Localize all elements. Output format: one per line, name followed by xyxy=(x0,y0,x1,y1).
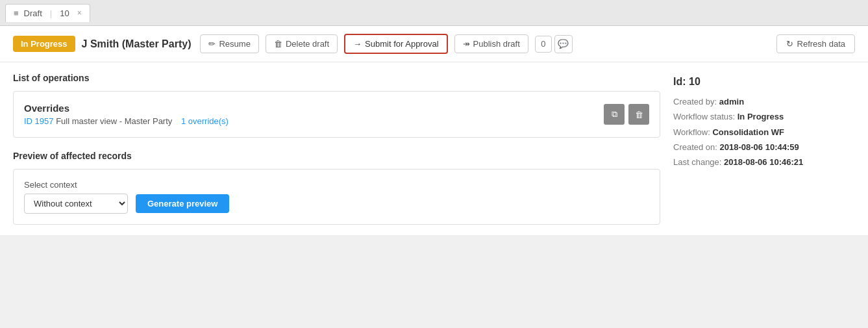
workflow-value: Consolidation WF xyxy=(712,127,784,137)
delete-draft-button[interactable]: 🗑 Delete draft xyxy=(266,34,338,53)
arrow-right-icon: → xyxy=(353,39,362,49)
draft-tab[interactable]: ≡ Draft | 10 × xyxy=(5,4,90,22)
ops-title: Overrides xyxy=(24,103,229,114)
ops-view: Full master view - Master Party xyxy=(56,116,172,126)
delete-draft-label: Delete draft xyxy=(286,39,329,49)
comment-area: 0 💬 xyxy=(535,35,573,53)
last-change-label: Last change: xyxy=(673,157,721,167)
id-label: Id: xyxy=(673,76,686,87)
context-row: Without context Generate preview xyxy=(24,194,649,214)
ops-left: Overrides ID 1957 Full master view - Mas… xyxy=(24,103,229,126)
meta-workflow-status: Workflow status: In Progress xyxy=(673,109,855,124)
status-badge: In Progress xyxy=(13,36,75,52)
comment-icon: 💬 xyxy=(558,39,569,49)
external-icon: ⧉ xyxy=(612,109,617,120)
double-arrow-icon: ↠ xyxy=(463,39,470,49)
ops-id: ID 1957 xyxy=(24,116,54,126)
generate-preview-button[interactable]: Generate preview xyxy=(136,194,229,213)
ops-external-button[interactable]: ⧉ xyxy=(604,104,625,125)
meta-workflow: Workflow: Consolidation WF xyxy=(673,125,855,140)
last-change-value: 2018-08-06 10:46:21 xyxy=(724,157,803,167)
menu-icon: ≡ xyxy=(14,8,19,18)
body-area: List of operations Overrides ID 1957 Ful… xyxy=(0,62,868,235)
tab-bar: ≡ Draft | 10 × xyxy=(0,0,868,26)
meta-last-change: Last change: 2018-08-06 10:46:21 xyxy=(673,155,855,170)
operations-card: Overrides ID 1957 Full master view - Mas… xyxy=(13,91,660,138)
main-content: In Progress J Smith (Master Party) ✏ Res… xyxy=(0,26,868,235)
publish-draft-label: Publish draft xyxy=(473,39,520,49)
entity-name: J Smith (Master Party) xyxy=(82,38,192,50)
workflow-status-label: Workflow status: xyxy=(673,112,735,121)
toolbar: In Progress J Smith (Master Party) ✏ Res… xyxy=(0,26,868,62)
tab-label: Draft xyxy=(24,8,42,18)
tab-number: 10 xyxy=(60,8,69,18)
delete-icon: 🗑 xyxy=(635,110,643,120)
tab-separator: | xyxy=(50,8,52,18)
left-panel: List of operations Overrides ID 1957 Ful… xyxy=(13,73,660,225)
preview-card: Select context Without context Generate … xyxy=(13,169,660,225)
created-on-label: Created on: xyxy=(673,142,717,152)
meta-id: Id: 10 xyxy=(673,73,855,92)
select-context-label: Select context xyxy=(24,180,649,190)
refresh-button[interactable]: ↻ Refresh data xyxy=(776,34,855,53)
ops-delete-button[interactable]: 🗑 xyxy=(628,104,649,125)
context-select[interactable]: Without context xyxy=(24,194,128,214)
resume-button[interactable]: ✏ Resume xyxy=(200,34,258,53)
submit-approval-button[interactable]: → Submit for Approval xyxy=(344,34,447,54)
overrides-link[interactable]: 1 override(s) xyxy=(181,116,229,126)
id-value: 10 xyxy=(689,76,701,87)
publish-draft-button[interactable]: ↠ Publish draft xyxy=(454,34,528,53)
comment-count: 0 xyxy=(535,36,552,53)
preview-section: Preview of affected records Select conte… xyxy=(13,151,660,225)
ops-actions: ⧉ 🗑 xyxy=(604,104,649,125)
meta-created-by: Created by: admin xyxy=(673,94,855,109)
comment-button[interactable]: 💬 xyxy=(554,35,573,53)
pencil-icon: ✏ xyxy=(208,39,216,49)
ops-id-link[interactable]: ID 1957 xyxy=(24,116,54,126)
created-by-value: admin xyxy=(719,97,744,107)
workflow-status-value: In Progress xyxy=(738,112,784,121)
submit-approval-label: Submit for Approval xyxy=(365,39,438,49)
ops-subtitle: ID 1957 Full master view - Master Party … xyxy=(24,116,229,126)
refresh-label: Refresh data xyxy=(797,39,845,49)
meta-created-on: Created on: 2018-08-06 10:44:59 xyxy=(673,140,855,155)
preview-section-title: Preview of affected records xyxy=(13,151,660,161)
resume-label: Resume xyxy=(219,39,250,49)
generate-preview-label: Generate preview xyxy=(147,199,217,208)
workflow-label: Workflow: xyxy=(673,127,710,137)
refresh-icon: ↻ xyxy=(786,39,793,49)
created-on-value: 2018-08-06 10:44:59 xyxy=(720,142,799,152)
created-by-label: Created by: xyxy=(673,97,717,107)
trash-icon: 🗑 xyxy=(274,39,282,49)
right-panel: Id: 10 Created by: admin Workflow status… xyxy=(673,73,855,225)
operations-section-title: List of operations xyxy=(13,73,660,83)
close-icon[interactable]: × xyxy=(77,8,82,18)
